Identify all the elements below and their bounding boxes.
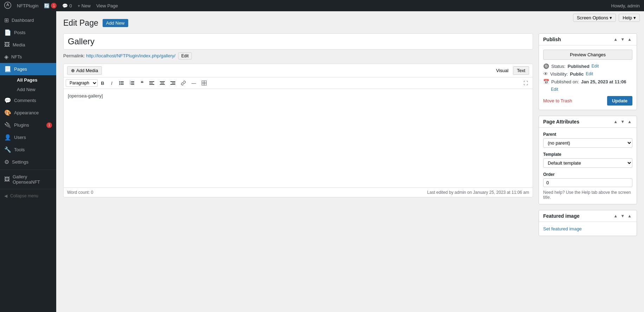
status-value: Published: [567, 64, 589, 69]
permalink-bar: Permalink: http://localhost/NFTPlugin/in…: [63, 52, 533, 59]
adminbar-new[interactable]: + New: [78, 3, 91, 8]
sidebar-item-comments[interactable]: 💬 Comments: [0, 94, 56, 107]
publish-close[interactable]: ▲: [627, 37, 632, 42]
table-icon: [202, 81, 207, 85]
status-row: 🔘 Status: Published Edit: [543, 63, 632, 69]
screen-options-button[interactable]: Screen Options ▾: [573, 14, 616, 22]
svg-point-3: [119, 81, 120, 82]
adminbar-comments[interactable]: 💬 0: [62, 3, 72, 8]
visibility-label: Visibility:: [550, 71, 568, 77]
status-icon: 🔘: [543, 63, 549, 69]
featured-img-collapse-down[interactable]: ▼: [620, 214, 625, 218]
publish-metabox-body: Preview Changes 🔘 Status: Published Edit…: [539, 45, 637, 110]
users-icon: 👤: [4, 134, 11, 141]
permalink-url[interactable]: http://localhost/NFTPlugin/index.php/gal…: [86, 53, 175, 58]
published-on-row: 📅 Published on: Jan 25, 2023 at 11:06: [543, 79, 632, 84]
editor-top-bar: ⊕ Add Media Visual Text: [64, 64, 533, 77]
align-left-icon: [149, 81, 154, 85]
featured-image-metabox: Featured image ▲ ▼ ▲ Set featured image: [539, 210, 637, 236]
order-input[interactable]: [543, 178, 632, 187]
text-tab[interactable]: Text: [513, 66, 529, 75]
sidebar-item-nfts[interactable]: ◈ NFTs: [0, 51, 56, 63]
svg-rect-19: [172, 83, 175, 83]
published-on-edit-link[interactable]: Edit: [551, 87, 558, 92]
table-button[interactable]: [199, 79, 209, 87]
media-icon: 🖼: [4, 42, 10, 48]
sidebar-item-all-pages[interactable]: All Pages: [8, 75, 56, 85]
sidebar-item-posts[interactable]: 📄 Posts: [0, 26, 56, 39]
align-left-button[interactable]: [147, 79, 157, 87]
page-header: Edit Page Add New: [63, 18, 637, 28]
fullscreen-button[interactable]: ⛶: [521, 79, 531, 87]
add-media-button[interactable]: ⊕ Add Media: [67, 66, 102, 75]
visibility-row: 👁 Visibility: Public Edit: [543, 71, 632, 77]
visibility-edit-link[interactable]: Edit: [586, 71, 593, 76]
adminbar-view-page[interactable]: View Page: [96, 3, 118, 8]
publish-collapse-down[interactable]: ▼: [620, 37, 625, 42]
adminbar-updates[interactable]: 🔄 1: [44, 3, 57, 8]
featured-image-title: Featured image: [543, 213, 579, 219]
paragraph-select[interactable]: Paragraph: [66, 79, 98, 87]
page-attr-collapse-up[interactable]: ▲: [613, 119, 618, 124]
unordered-list-button[interactable]: [117, 79, 126, 87]
sidebar-item-plugins[interactable]: 🔌 Plugins 1: [0, 119, 56, 131]
svg-rect-15: [160, 81, 165, 82]
appearance-icon: 🎨: [4, 109, 11, 116]
sidebar-item-media[interactable]: 🖼 Media: [0, 39, 56, 51]
sidebar-item-settings[interactable]: ⚙ Settings: [0, 156, 56, 168]
svg-point-4: [119, 83, 120, 84]
featured-image-controls: ▲ ▼ ▲: [613, 214, 632, 218]
svg-rect-14: [149, 84, 154, 85]
visual-tab[interactable]: Visual: [492, 66, 512, 75]
sidebar-item-appearance[interactable]: 🎨 Appearance: [0, 107, 56, 119]
bold-button[interactable]: B: [98, 79, 107, 87]
page-title-input[interactable]: [63, 33, 533, 50]
pages-icon: 📃: [4, 66, 11, 72]
page-attributes-header[interactable]: Page Attributes ▲ ▼ ▲: [539, 116, 637, 128]
featured-img-collapse-up[interactable]: ▲: [613, 214, 618, 218]
editor-content-area[interactable]: [opensea-gallery]: [64, 89, 533, 187]
parent-select[interactable]: (no parent): [543, 138, 632, 148]
featured-image-header[interactable]: Featured image ▲ ▼ ▲: [539, 210, 637, 222]
svg-rect-6: [131, 81, 134, 82]
top-right-bar: Screen Options ▾ Help ▾: [569, 11, 644, 24]
add-media-icon: ⊕: [71, 68, 75, 73]
publish-collapse-up[interactable]: ▲: [613, 37, 618, 42]
help-button[interactable]: Help ▾: [619, 14, 640, 22]
svg-rect-20: [170, 84, 175, 85]
blockquote-button[interactable]: ❝: [138, 79, 146, 87]
sidebar-collapse-button[interactable]: ◀ Collapse menu: [0, 191, 56, 201]
link-button[interactable]: [178, 79, 188, 87]
ordered-list-button[interactable]: 1.2.3.: [127, 79, 137, 87]
page-attr-collapse-down[interactable]: ▼: [620, 119, 625, 124]
move-to-trash-button[interactable]: Move to Trash: [543, 98, 572, 103]
sidebar-item-dashboard[interactable]: ⊞ Dashboard: [0, 14, 56, 26]
permalink-edit-button[interactable]: Edit: [178, 52, 192, 59]
sidebar-item-tools[interactable]: 🔧 Tools: [0, 144, 56, 156]
sidebar-item-pages[interactable]: 📃 Pages: [0, 63, 56, 75]
align-center-button[interactable]: [157, 79, 167, 87]
add-new-button[interactable]: Add New: [103, 19, 128, 27]
publish-metabox-header[interactable]: Publish ▲ ▼ ▲: [539, 34, 637, 45]
horizontal-rule-button[interactable]: —: [189, 79, 199, 87]
update-button[interactable]: Update: [607, 96, 632, 106]
featured-img-close[interactable]: ▲: [627, 214, 632, 218]
sidebar-item-add-new-page[interactable]: Add New: [8, 85, 56, 94]
sidebar-divider: [0, 170, 56, 170]
adminbar-site-name[interactable]: NFTPlugin: [17, 3, 38, 8]
sidebar-item-users[interactable]: 👤 Users: [0, 131, 56, 144]
template-select[interactable]: Default template: [543, 158, 632, 168]
status-edit-link[interactable]: Edit: [592, 64, 599, 69]
sidebar-item-gallery-opensea[interactable]: 🖼 Gallery OpenseaNFT: [0, 171, 56, 187]
align-right-button[interactable]: [168, 79, 178, 87]
preview-changes-button[interactable]: Preview Changes: [543, 50, 632, 60]
page-attributes-body: Parent (no parent) Template Default temp…: [539, 128, 637, 204]
published-on-label: Published on:: [551, 79, 579, 84]
page-attributes-metabox: Page Attributes ▲ ▼ ▲ Parent (no parent)…: [539, 116, 637, 204]
wp-logo-icon[interactable]: [4, 2, 11, 10]
italic-button[interactable]: I: [108, 79, 116, 87]
settings-icon: ⚙: [4, 159, 9, 165]
set-featured-image-link[interactable]: Set featured image: [543, 226, 582, 231]
page-attr-close[interactable]: ▲: [627, 119, 632, 124]
svg-rect-7: [131, 83, 134, 83]
